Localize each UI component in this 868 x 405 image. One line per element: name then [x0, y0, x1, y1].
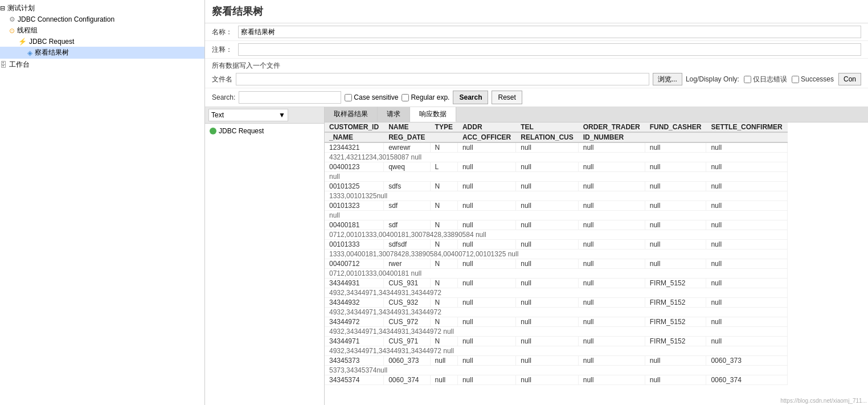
table-row: 12344321ewrewrNnullnullnullnullnull — [325, 142, 787, 153]
tree-item-workbench[interactable]: 🗄工作台 — [0, 59, 204, 71]
table-row: 5373,34345374null — [325, 366, 787, 375]
table-subheader: ID_NUMBER — [578, 132, 645, 142]
request-icon: ⚡ — [18, 38, 27, 46]
table-row: null — [325, 211, 787, 220]
table-header: ADDR — [457, 122, 515, 132]
name-row: 名称： — [205, 23, 868, 41]
left-panel: ⊟ 测试计划⚙JDBC Connection Configuration⊙线程组… — [0, 0, 205, 405]
data-table: CUSTOMER_IDNAMETYPEADDRTELORDER_TRADERFU… — [325, 122, 788, 385]
search-label: Search: — [212, 93, 235, 101]
search-button[interactable]: Search — [453, 91, 488, 104]
tree-item-label-result-tree: 察看结果树 — [35, 48, 69, 58]
status-success-icon — [210, 128, 216, 134]
file-input[interactable] — [236, 73, 649, 85]
table-row: null — [325, 172, 787, 182]
results-tree: JDBC Request — [205, 124, 324, 405]
watermark: https://blog.csdn.net/xiaomj_711... — [780, 398, 867, 404]
table-header: TYPE — [430, 122, 457, 132]
file-row: 文件名 浏览... Log/Display Only: 仅日志错误 Succes… — [212, 73, 861, 85]
tree-area: ⊟ 测试计划⚙JDBC Connection Configuration⊙线程组… — [0, 0, 204, 405]
table-row: 343453740060_374nullnullnullnullnull0060… — [325, 375, 787, 385]
table-subheader — [430, 132, 457, 142]
table-subheader — [706, 132, 787, 142]
success-check[interactable]: Successes — [792, 75, 834, 83]
result-item-label: JDBC Request — [219, 127, 264, 135]
table-row: 4321,43211234,30158087 null — [325, 153, 787, 162]
table-row: 34344932CUS_932NnullnullnullFIRM_5152nul… — [325, 298, 787, 308]
name-label: 名称： — [212, 27, 235, 37]
table-row: 34344971CUS_971NnullnullnullFIRM_5152nul… — [325, 337, 787, 346]
text-dropdown-label: Text — [211, 111, 224, 119]
result-item-jdbc[interactable]: JDBC Request — [207, 126, 322, 136]
browse-button[interactable]: 浏览... — [653, 73, 682, 85]
table-row: 00101333sdfsdfNnullnullnullnullnull — [325, 240, 787, 249]
table-row: 00101325sdfsNnullnullnullnullnull — [325, 182, 787, 191]
regexp-checkbox[interactable] — [402, 94, 409, 101]
table-header: NAME — [384, 122, 430, 132]
log-display-label: Log/Display Only: — [686, 75, 739, 83]
table-subheader: RELATION_CUS — [516, 132, 578, 142]
right-data: 取样器结果 请求 响应数据 CUSTOMER_IDNAMETYPEADDRTEL… — [325, 107, 868, 405]
reset-button[interactable]: Reset — [492, 91, 522, 104]
tree-item-label-test-plan: 测试计划 — [7, 3, 35, 13]
thread-icon: ⊙ — [9, 27, 15, 35]
comment-input[interactable] — [238, 43, 861, 56]
tree-item-jdbc-request[interactable]: ⚡JDBC Request — [0, 36, 204, 47]
table-row: 343453730060_373nullnullnullnullnull0060… — [325, 356, 787, 366]
table-subheader: ACC_OFFICER — [457, 132, 515, 142]
table-row: 0712,00101333,00400181,30078428,33890584… — [325, 230, 787, 240]
search-bar: Search: Case sensitive Regular exp. Sear… — [205, 88, 868, 107]
table-row: 00400712rwerNnullnullnullnullnull — [325, 259, 787, 269]
table-row: 0712,00101333,00400181 null — [325, 269, 787, 279]
table-subheader — [645, 132, 706, 142]
file-label: 文件名 — [212, 75, 232, 84]
config-button[interactable]: Con — [838, 73, 861, 85]
table-row: 34344931CUS_931NnullnullnullFIRM_5152nul… — [325, 279, 787, 288]
text-dropdown[interactable]: Text ▼ — [208, 109, 288, 121]
table-row: 00101323sdfNnullnullnullnullnull — [325, 201, 787, 211]
tree-item-label-jdbc-config: JDBC Connection Configuration — [18, 15, 114, 23]
tree-item-jdbc-config[interactable]: ⚙JDBC Connection Configuration — [0, 14, 204, 24]
table-subheader: _NAME — [325, 132, 384, 142]
case-sensitive-checkbox[interactable] — [345, 94, 352, 101]
table-header: ORDER_TRADER — [578, 122, 645, 132]
comment-row: 注释： — [205, 41, 868, 59]
tab-sampler[interactable]: 取样器结果 — [325, 107, 378, 122]
eye-icon: ◈ — [27, 49, 32, 57]
tree-item-thread-group[interactable]: ⊙线程组 — [0, 24, 204, 36]
table-header: FUND_CASHER — [645, 122, 706, 132]
success-checkbox[interactable] — [792, 76, 799, 83]
table-row: 1333,00101325null — [325, 191, 787, 201]
table-row: 00400181sdfNnullnullnullnullnull — [325, 220, 787, 230]
table-row: 34344972CUS_972NnullnullnullFIRM_5152nul… — [325, 317, 787, 327]
tab-response[interactable]: 响应数据 — [410, 107, 456, 122]
page-title: 察看结果树 — [205, 0, 868, 23]
table-header: CUSTOMER_ID — [325, 122, 384, 132]
case-sensitive-check[interactable]: Case sensitive — [345, 93, 398, 101]
dropdown-arrow-icon: ▼ — [279, 111, 285, 119]
left-results: Text ▼ JDBC Request — [205, 107, 325, 405]
table-row: 4932,34344971,34344931,34344972 null — [325, 346, 787, 356]
table-row: 4932,34344971,34344931,34344972 null — [325, 327, 787, 337]
file-section-title: 所有数据写入一个文件 — [212, 61, 861, 71]
search-input[interactable] — [239, 91, 341, 104]
tree-item-result-tree[interactable]: ◈察看结果树 — [0, 47, 204, 59]
file-section: 所有数据写入一个文件 文件名 浏览... Log/Display Only: 仅… — [205, 59, 868, 88]
comment-label: 注释： — [212, 45, 235, 55]
log-errors-check[interactable]: 仅日志错误 — [744, 75, 787, 84]
table-subheader: REG_DATE — [384, 132, 430, 142]
log-errors-checkbox[interactable] — [744, 76, 751, 83]
tree-item-label-workbench: 工作台 — [9, 60, 30, 69]
tree-item-test-plan[interactable]: ⊟ 测试计划 — [0, 2, 204, 14]
log-options: Log/Display Only: 仅日志错误 Successes Con — [686, 73, 861, 85]
name-input[interactable] — [238, 26, 861, 38]
table-header: TEL — [516, 122, 578, 132]
data-table-container: CUSTOMER_IDNAMETYPEADDRTELORDER_TRADERFU… — [325, 122, 868, 405]
table-header: SETTLE_CONFIRMER — [706, 122, 787, 132]
right-panel: 察看结果树 名称： 注释： 所有数据写入一个文件 文件名 浏览... Log/D… — [205, 0, 868, 405]
tab-request[interactable]: 请求 — [378, 107, 410, 122]
regexp-check[interactable]: Regular exp. — [402, 93, 449, 101]
results-area: Text ▼ JDBC Request 取样器结果 请求 响应数据 — [205, 107, 868, 405]
table-row: 00400123qweqLnullnullnullnullnull — [325, 162, 787, 172]
tree-item-label-jdbc-request: JDBC Request — [29, 38, 74, 46]
